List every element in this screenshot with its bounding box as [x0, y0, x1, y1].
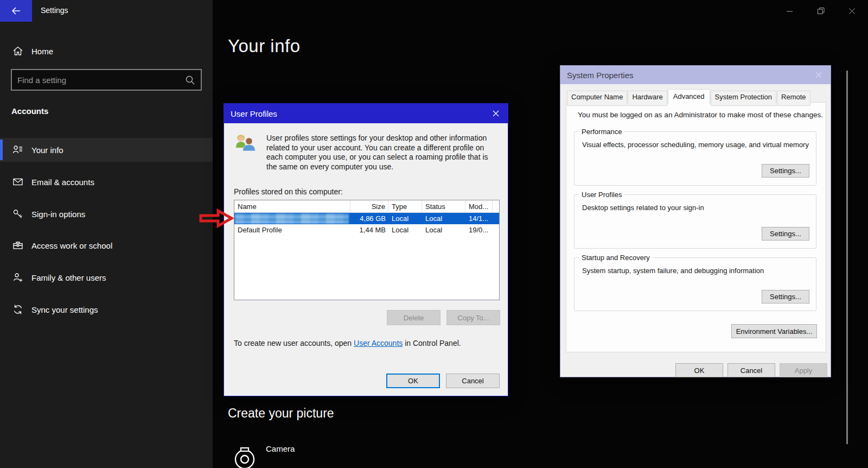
user-profiles-titlebar[interactable]: User Profiles [224, 104, 508, 123]
profiles-list-label: Profiles stored on this computer: [234, 187, 343, 196]
column-header-name[interactable]: Name [234, 200, 350, 212]
close-button[interactable] [839, 0, 864, 22]
tab-system-protection[interactable]: System Protection [711, 91, 777, 106]
group-title: Performance [579, 128, 624, 136]
ok-button[interactable]: OK [386, 374, 440, 388]
startup-recovery-group: Startup and Recovery System startup, sys… [574, 257, 816, 311]
redacted-profile-name [235, 213, 349, 224]
profile-name-cell: Default Profile [234, 224, 350, 236]
profiles-listview[interactable]: Name Size Type Status Mod... 4,86 GB Loc… [234, 200, 500, 300]
search-box [11, 69, 202, 91]
page-title: Your info [228, 36, 301, 56]
startup-recovery-settings-button[interactable]: Settings... [762, 290, 809, 303]
search-icon[interactable] [184, 74, 196, 86]
tab-hardware[interactable]: Hardware [628, 91, 667, 106]
sidebar-item-your-info[interactable]: Your info [0, 138, 213, 162]
profile-status-cell: Local [422, 224, 465, 236]
sidebar-item-label: Your info [31, 146, 63, 155]
cancel-button[interactable]: Cancel [446, 374, 500, 388]
settings-window: Settings Home Accounts Your info [0, 0, 868, 468]
profile-row-default[interactable]: Default Profile 1,44 MB Local Local 19/0… [234, 224, 499, 236]
column-header-modified[interactable]: Mod... [465, 200, 493, 212]
dialog-close-button[interactable] [484, 104, 508, 123]
sidebar-item-email-accounts[interactable]: Email & accounts [0, 170, 213, 194]
sidebar-item-label: Family & other users [31, 273, 106, 282]
app-title: Settings [41, 6, 68, 15]
sidebar-item-sign-in-options[interactable]: Sign-in options [0, 202, 213, 226]
sidebar-item-access-work-school[interactable]: Access work or school [0, 233, 213, 257]
sync-icon [12, 303, 24, 315]
envelope-icon [12, 176, 24, 188]
footer-text: To create new user accounts, open [234, 339, 354, 347]
sidebar-item-label: Sign-in options [31, 210, 85, 219]
environment-variables-button[interactable]: Environment Variables... [731, 324, 817, 338]
group-description: Visual effects, processor scheduling, me… [582, 141, 809, 149]
column-header-size[interactable]: Size [350, 200, 388, 212]
group-description: Desktop settings related to your sign-in [582, 204, 704, 212]
dialog-title: System Properties [567, 71, 634, 80]
column-header-status[interactable]: Status [422, 200, 465, 212]
footer-note: To create new user accounts, open User A… [234, 339, 461, 347]
annotation-arrow-icon [199, 208, 234, 229]
tab-remote[interactable]: Remote [777, 91, 810, 106]
profile-modified-cell: 19/0... [465, 224, 493, 236]
user-list-icon [12, 144, 24, 156]
system-properties-titlebar[interactable]: System Properties [560, 66, 831, 84]
advanced-tab-page: You must be logged on as an Administrato… [566, 102, 826, 352]
admin-note: You must be logged on as an Administrato… [578, 111, 823, 119]
user-accounts-link[interactable]: User Accounts [354, 339, 403, 347]
cancel-button[interactable]: Cancel [727, 363, 775, 377]
key-icon [12, 208, 24, 220]
section-heading: Accounts [11, 106, 48, 116]
user-profiles-settings-button[interactable]: Settings... [762, 227, 809, 241]
back-arrow-icon [10, 5, 22, 17]
footer-text: in Control Panel. [403, 339, 461, 347]
close-icon [815, 71, 822, 79]
profile-modified-cell: 14/1... [465, 213, 493, 224]
dialog-title: User Profiles [231, 109, 277, 118]
sidebar-item-label: Sync your settings [31, 305, 98, 314]
camera-icon [232, 441, 257, 468]
tab-strip: Computer Name Hardware Advanced System P… [567, 91, 811, 106]
minimize-button[interactable] [777, 0, 802, 22]
user-profiles-people-icon [234, 133, 258, 157]
performance-settings-button[interactable]: Settings... [762, 164, 809, 178]
user-profiles-dialog: User Profiles User profiles store settin… [224, 103, 508, 396]
dialog-description: User profiles store settings for your de… [266, 134, 493, 172]
back-button[interactable] [0, 0, 32, 22]
listview-header: Name Size Type Status Mod... [234, 200, 499, 213]
profile-status-cell: Local [422, 213, 465, 224]
copy-to-button[interactable]: Copy To... [446, 310, 500, 325]
sidebar-item-label: Access work or school [31, 241, 112, 250]
restore-button[interactable] [808, 0, 833, 22]
sidebar-item-label: Home [31, 47, 53, 56]
page-scrollbar[interactable] [846, 71, 848, 444]
tab-computer-name[interactable]: Computer Name [567, 91, 627, 106]
profile-row-selected[interactable]: 4,86 GB Local Local 14/1... [234, 213, 499, 224]
profile-type-cell: Local [388, 224, 422, 236]
person-add-icon [12, 271, 24, 283]
tab-advanced[interactable]: Advanced [668, 89, 710, 104]
ok-button[interactable]: OK [675, 363, 723, 377]
briefcase-icon [12, 239, 24, 251]
column-header-filler [493, 200, 499, 212]
user-profiles-group: User Profiles Desktop settings related t… [574, 194, 816, 249]
group-title: Startup and Recovery [579, 254, 653, 262]
sidebar: Settings Home Accounts Your info [0, 0, 213, 468]
sidebar-item-home[interactable]: Home [0, 39, 213, 63]
sidebar-item-sync-settings[interactable]: Sync your settings [0, 298, 213, 321]
profile-name-cell [234, 213, 350, 224]
profile-type-cell: Local [388, 213, 422, 224]
minimize-icon [786, 8, 793, 15]
column-header-type[interactable]: Type [388, 200, 422, 212]
dialog-close-button[interactable] [807, 66, 831, 84]
sidebar-item-family-other-users[interactable]: Family & other users [0, 265, 213, 289]
create-picture-heading: Create your picture [228, 406, 334, 421]
profile-size-cell: 4,86 GB [350, 213, 388, 224]
apply-button[interactable]: Apply [780, 363, 827, 377]
close-icon [492, 110, 500, 117]
selected-accent-bar [0, 140, 3, 160]
search-input[interactable] [12, 70, 201, 90]
delete-button[interactable]: Delete [387, 310, 441, 325]
profile-size-cell: 1,44 MB [350, 224, 388, 236]
